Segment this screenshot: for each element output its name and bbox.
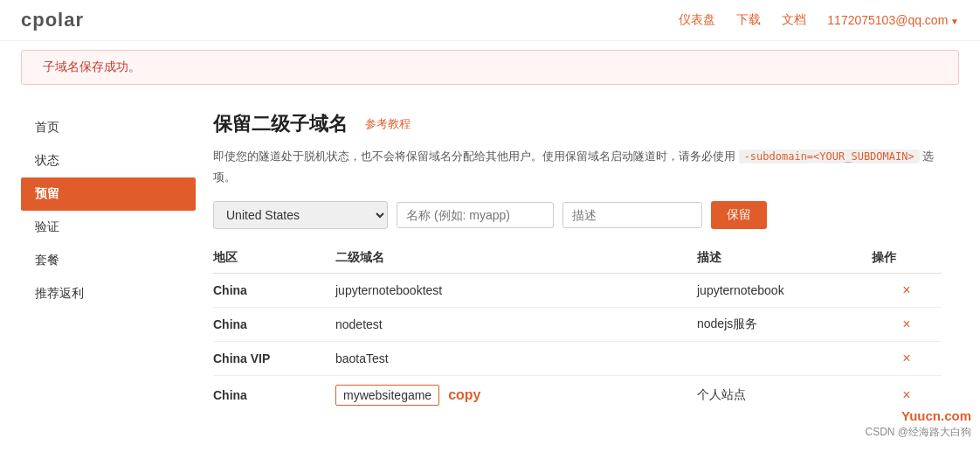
table-row: China mywebsitegame copy 个人站点 × <box>213 376 942 414</box>
name-input[interactable] <box>397 202 554 228</box>
copy-button[interactable]: copy <box>448 387 480 403</box>
table-row: China nodetest nodejs服务 × <box>213 308 942 342</box>
row4-region: China <box>213 388 335 402</box>
row3-subdomain-col: baotaTest <box>335 351 697 365</box>
row2-subdomain-col: nodetest <box>335 317 697 331</box>
code-snippet: -subdomain=<YOUR_SUBDOMAIN> <box>739 150 920 163</box>
row1-delete[interactable]: × <box>872 282 942 298</box>
row2-region: China <box>213 317 335 331</box>
row4-subdomain-col: mywebsitegame copy <box>335 385 697 406</box>
col-region: 地区 <box>213 250 335 266</box>
desc-input[interactable] <box>562 202 702 228</box>
logo: cpolar <box>21 9 84 31</box>
row4-delete[interactable]: × <box>872 387 942 403</box>
row2-delete[interactable]: × <box>872 316 942 332</box>
nav-download[interactable]: 下载 <box>736 12 761 28</box>
table-row: China jupyternotebooktest jupyternoteboo… <box>213 274 942 308</box>
sidebar: 首页 状态 预留 验证 套餐 推荐返利 <box>21 111 196 414</box>
row4-subdomain: mywebsitegame <box>335 385 439 406</box>
sidebar-item-status[interactable]: 状态 <box>21 144 196 177</box>
col-subdomain: 二级域名 <box>335 250 697 266</box>
table-header: 地区 二级域名 描述 操作 <box>213 243 942 274</box>
banner-message: 子域名保存成功。 <box>43 59 141 73</box>
header-nav: 仪表盘 下载 文档 1172075103@qq.com <box>679 12 959 28</box>
col-desc: 描述 <box>697 250 872 266</box>
sidebar-item-plan[interactable]: 套餐 <box>21 244 196 277</box>
save-button[interactable]: 保留 <box>711 201 767 229</box>
sidebar-item-auth[interactable]: 验证 <box>21 211 196 244</box>
nav-docs[interactable]: 文档 <box>782 12 806 28</box>
page-title: 保留二级子域名 <box>213 111 348 137</box>
row3-delete[interactable]: × <box>872 351 942 366</box>
user-menu[interactable]: 1172075103@qq.com <box>827 13 959 27</box>
watermark-csdn: CSDN @经海路大白狗 <box>865 425 971 440</box>
page-header: 保留二级子域名 参考教程 <box>213 111 942 137</box>
region-select[interactable]: United States China China VIP <box>213 201 388 229</box>
row1-desc: jupyternotebook <box>697 283 872 297</box>
desc-text-1: 即使您的隧道处于脱机状态，也不会将保留域名分配给其他用户。使用保留域名启动隧道时… <box>213 150 735 163</box>
page-description: 即使您的隧道处于脱机状态，也不会将保留域名分配给其他用户。使用保留域名启动隧道时… <box>213 146 942 187</box>
content-area: 保留二级子域名 参考教程 即使您的隧道处于脱机状态，也不会将保留域名分配给其他用… <box>196 111 959 414</box>
row1-subdomain-col: jupyternotebooktest <box>335 283 697 297</box>
success-banner: 子域名保存成功。 <box>21 50 959 85</box>
sidebar-item-home[interactable]: 首页 <box>21 111 196 144</box>
ref-link[interactable]: 参考教程 <box>365 116 411 132</box>
row1-subdomain: jupyternotebooktest <box>335 283 442 297</box>
col-action: 操作 <box>872 250 942 266</box>
row2-desc: nodejs服务 <box>697 316 872 332</box>
row2-subdomain: nodetest <box>335 317 383 331</box>
row4-desc: 个人站点 <box>697 387 872 403</box>
main-layout: 首页 状态 预留 验证 套餐 推荐返利 保留二级子域名 参考教程 即使您的隧道处… <box>0 94 980 432</box>
header: cpolar 仪表盘 下载 文档 1172075103@qq.com <box>0 0 980 41</box>
row3-subdomain: baotaTest <box>335 351 389 365</box>
form-row: United States China China VIP 保留 <box>213 201 942 229</box>
sidebar-item-referral[interactable]: 推荐返利 <box>21 277 196 310</box>
row3-region: China VIP <box>213 351 335 365</box>
watermark-site: Yuucn.com <box>865 408 971 423</box>
row1-region: China <box>213 283 335 297</box>
watermark: Yuucn.com CSDN @经海路大白狗 <box>865 408 971 440</box>
table-row: China VIP baotaTest × <box>213 342 942 376</box>
sidebar-item-reserved[interactable]: 预留 <box>21 177 196 211</box>
nav-dashboard[interactable]: 仪表盘 <box>679 12 715 28</box>
